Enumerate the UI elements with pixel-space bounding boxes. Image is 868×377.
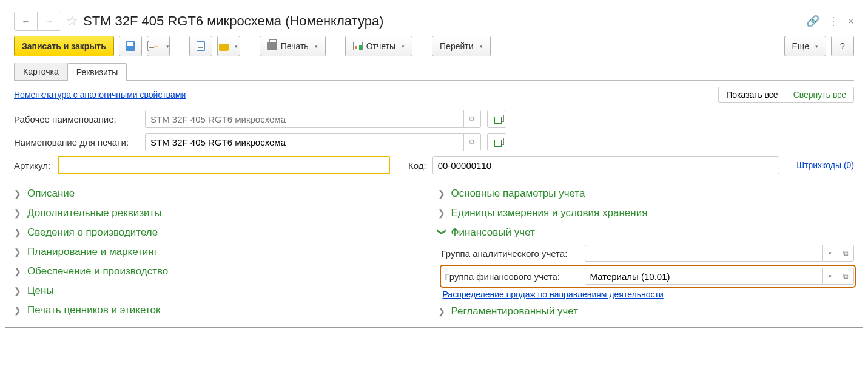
dropdown-icon[interactable]: ▾ [823,268,838,285]
group-regulated[interactable]: ❯Регламентированный учет [438,302,855,321]
right-column: ❯Основные параметры учета ❯Единицы измер… [438,184,855,321]
help-button[interactable]: ? [831,36,854,56]
group-print-labels[interactable]: ❯Печать ценников и этикеток [14,301,431,320]
chevron-right-icon: ❯ [14,228,22,237]
chevron-right-icon: ❯ [14,247,22,257]
goto-button[interactable]: Перейти [432,36,490,56]
arrow-right-icon: → [45,16,53,26]
show-all-button[interactable]: Показать все [718,87,785,103]
copy-print-name-button[interactable] [487,133,506,151]
group-manufacturer[interactable]: ❯Сведения о производителе [14,223,431,242]
distribution-link[interactable]: Распределение продаж по направлениям дея… [443,290,664,299]
folder-button[interactable] [217,36,240,56]
chart-icon [353,42,363,50]
similar-properties-link[interactable]: Номенклатура с аналогичными свойствами [14,90,186,100]
chevron-right-icon: ❯ [14,189,22,199]
print-icon [267,42,277,50]
tab-details[interactable]: Реквизиты [67,63,127,81]
chevron-right-icon: ❯ [14,286,22,296]
print-name-input[interactable] [145,133,481,151]
folder-icon [219,44,229,51]
forward-button[interactable]: → [38,12,61,30]
chevron-right-icon: ❯ [14,267,22,276]
close-icon[interactable]: × [847,15,854,28]
nav-buttons: ← → [14,12,61,31]
popout-icon[interactable]: ⧉ [838,245,854,262]
group-prices[interactable]: ❯Цены [14,281,431,301]
group-main-params[interactable]: ❯Основные параметры учета [438,184,855,203]
chevron-right-icon: ❯ [14,305,22,315]
chevron-right-icon: ❯ [438,208,446,218]
fin-group-label: Группа финансового учета: [445,271,579,282]
left-column: ❯Описание ❯Дополнительные реквизиты ❯Све… [14,184,431,321]
save-button[interactable] [119,36,142,56]
save-icon [126,41,135,51]
group-additional[interactable]: ❯Дополнительные реквизиты [14,203,431,223]
copy-icon [493,115,501,123]
list-icon [197,41,205,51]
collapse-all-button[interactable]: Свернуть все [786,87,854,103]
tab-card[interactable]: Карточка [14,63,68,80]
group-financial[interactable]: ❯Финансовый учет [438,223,855,242]
fin-group-input[interactable] [585,268,823,285]
save-close-button[interactable]: Записать и закрыть [14,36,114,56]
article-input[interactable] [58,156,390,174]
copy-work-name-button[interactable] [487,110,506,128]
group-units[interactable]: ❯Единицы измерения и условия хранения [438,203,855,223]
popout-icon[interactable]: ⧉ [463,134,480,151]
dropdown-icon[interactable]: ▾ [823,245,838,262]
group-production[interactable]: ❯Обеспечение и производство [14,262,431,281]
link-icon[interactable]: 🔗 [806,15,819,28]
list-button[interactable] [189,36,212,56]
menu-icon[interactable]: ⋮ [828,15,839,28]
print-name-label: Наименование для печати: [14,137,139,148]
copy-doc-button[interactable]: → [147,36,170,56]
barcodes-link[interactable]: Штрихкоды (0) [796,160,854,170]
work-name-label: Рабочее наименование: [14,114,139,124]
group-planning[interactable]: ❯Планирование и маркетинг [14,242,431,262]
popout-icon[interactable]: ⧉ [463,110,480,127]
analytic-group-input[interactable] [585,245,823,262]
chevron-down-icon: ❯ [437,228,447,237]
article-label: Артикул: [14,160,52,171]
analytic-group-label: Группа аналитического учета: [442,248,579,259]
group-description[interactable]: ❯Описание [14,184,431,203]
arrow-left-icon: ← [22,16,30,26]
code-input[interactable] [432,156,779,174]
popout-icon[interactable]: ⧉ [838,268,854,285]
reports-button[interactable]: Отчеты [345,36,412,56]
print-button[interactable]: Печать [260,36,326,56]
chevron-right-icon: ❯ [14,208,22,218]
back-button[interactable]: ← [15,12,38,30]
chevron-right-icon: ❯ [438,189,446,199]
more-button[interactable]: Еще [784,36,827,56]
doc-icon [147,41,149,51]
chevron-right-icon: ❯ [438,307,446,316]
star-icon[interactable]: ☆ [66,13,78,29]
code-label: Код: [408,160,426,171]
page-title: STM 32F 405 RGT6 микросхема (Номенклатур… [83,13,801,29]
copy-icon [493,138,501,146]
work-name-input[interactable] [145,110,481,128]
